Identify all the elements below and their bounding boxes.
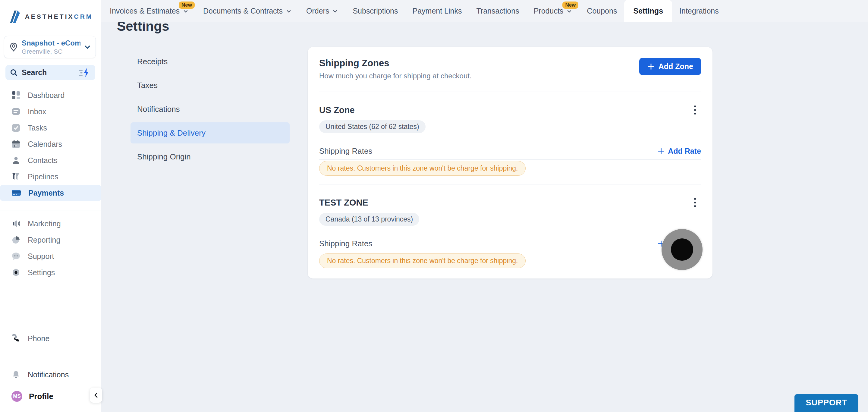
shipping-zones-card: Shipping Zones How much you charge for s… [308,47,712,279]
subnav-item-label: Shipping Origin [137,152,191,162]
rates-title: Shipping Rates [319,239,372,248]
nav-item-documents-contracts[interactable]: Documents & Contracts [196,0,299,22]
phone-icon [11,334,21,343]
add-zone-button[interactable]: Add Zone [639,58,701,75]
inbox-icon [11,107,21,116]
sidebar-item-label: Notifications [28,371,69,379]
sidebar-item-label: Payments [28,189,64,197]
nav-item-label: Integrations [679,7,719,15]
location-city: Greenville, SC [22,48,81,55]
zone-menu-button[interactable] [689,196,701,209]
sidebar-item-calendars[interactable]: Calendars [0,136,101,152]
map-pin-icon [8,42,19,52]
card-header: Shipping Zones How much you charge for s… [319,58,701,92]
nav-item-orders[interactable]: Orders [299,0,345,22]
sidebar-item-support[interactable]: Support [0,248,101,264]
sidebar-item-profile[interactable]: MS Profile [0,387,53,406]
subnav-item-receipts[interactable]: Receipts [130,51,290,72]
zone-menu-button[interactable] [689,104,701,116]
quick-actions-icon [79,67,91,78]
avatar: MS [11,391,22,402]
brand-logo-icon [8,9,22,24]
nav-item-payment-links[interactable]: Payment Links [405,0,469,22]
nav-item-label: Settings [633,7,663,15]
zone-name: TEST ZONE [319,198,368,208]
search-input[interactable]: Search [5,65,95,80]
top-navigation: New Invoices & Estimates Documents & Con… [101,0,868,22]
nav-item-label: Invoices & Estimates [110,7,180,15]
sidebar: AESTHETIXCRM Snapshot - eCom... Greenvil… [0,0,101,412]
settings-subnav: Receipts Taxes Notifications Shipping & … [130,51,290,167]
nav-item-label: Coupons [587,7,617,15]
nav-item-subscriptions[interactable]: Subscriptions [345,0,405,22]
chevron-down-icon [84,43,91,51]
rates-title: Shipping Rates [319,147,372,156]
sidebar-item-pipelines[interactable]: Pipelines [0,168,101,185]
chevron-down-icon [332,8,338,14]
zone-header: TEST ZONE [319,196,701,209]
sidebar-item-label: Contacts [28,156,58,165]
main-content: Settings Receipts Taxes Notifications Sh… [101,0,868,412]
nav-item-invoices-estimates[interactable]: New Invoices & Estimates [102,0,196,22]
new-badge: New [562,1,578,9]
nav-item-integrations[interactable]: Integrations [672,0,726,22]
sidebar-item-label: Reporting [28,236,60,245]
nav-item-coupons[interactable]: Coupons [580,0,624,22]
brand-logo: AESTHETIXCRM [0,0,101,24]
sidebar-item-notifications[interactable]: Notifications [0,367,101,383]
subnav-item-shipping-origin[interactable]: Shipping Origin [130,146,290,167]
nav-item-label: Orders [306,7,329,15]
no-rates-message: No rates. Customers in this zone won't b… [319,253,526,268]
brand-name: AESTHETIXCRM [25,13,93,20]
sidebar-item-reporting[interactable]: Reporting [0,232,101,248]
chevron-left-icon [93,392,99,399]
sidebar-item-marketing[interactable]: Marketing [0,216,101,232]
card-header-texts: Shipping Zones How much you charge for s… [319,58,472,80]
support-button[interactable]: SUPPORT [795,394,858,412]
add-rate-label: Add Rate [668,147,701,156]
sidebar-item-settings[interactable]: Settings [0,264,101,281]
chevron-down-icon [183,8,189,14]
dashboard-icon [11,91,21,100]
sidebar-item-label: Inbox [28,107,46,116]
subnav-item-shipping-delivery[interactable]: Shipping & Delivery [130,122,290,144]
sidebar-item-tasks[interactable]: Tasks [0,120,101,136]
nav-item-products[interactable]: New Products [527,0,580,22]
subnav-item-label: Shipping & Delivery [137,128,206,138]
sidebar-item-label: Phone [28,334,50,343]
profile-label: Profile [29,392,53,401]
sidebar-item-inbox[interactable]: Inbox [0,103,101,120]
sidebar-item-payments[interactable]: Payments [0,185,101,201]
sidebar-item-dashboard[interactable]: Dashboard [0,87,101,103]
location-name: Snapshot - eCom... [22,39,81,47]
nav-item-label: Products [534,7,564,15]
sidebar-secondary-menu: Marketing Reporting Support Settings [0,216,101,281]
sidebar-menu: Dashboard Inbox Tasks Calendars Contacts… [0,87,101,201]
sidebar-item-label: Pipelines [28,172,58,181]
chevron-down-icon [286,8,292,14]
add-zone-label: Add Zone [658,62,693,71]
search-label: Search [22,68,75,77]
subnav-item-label: Taxes [137,81,158,90]
new-badge: New [179,1,195,9]
nav-item-settings[interactable]: Settings [624,0,672,22]
subnav-item-notifications[interactable]: Notifications [130,99,290,120]
zone-region-chip: United States (62 of 62 states) [319,120,426,133]
plus-icon [657,147,665,155]
subnav-item-taxes[interactable]: Taxes [130,75,290,96]
card-subtitle: How much you charge for shipping at chec… [319,72,472,80]
sidebar-item-phone[interactable]: Phone [0,330,101,347]
nav-item-transactions[interactable]: Transactions [469,0,526,22]
sidebar-item-label: Settings [28,268,55,277]
sidebar-item-label: Dashboard [28,91,64,100]
add-rate-button[interactable]: Add Rate [657,147,701,156]
sidebar-collapse-button[interactable] [90,388,102,403]
nav-item-label: Payment Links [412,7,462,15]
location-selector[interactable]: Snapshot - eCom... Greenville, SC [4,36,96,58]
nav-item-label: Subscriptions [352,7,398,15]
sidebar-item-label: Marketing [28,219,61,228]
sidebar-item-contacts[interactable]: Contacts [0,152,101,168]
rates-header: Shipping Rates Add Rate [319,239,701,252]
kebab-icon [694,105,696,115]
calendar-icon [11,139,21,149]
